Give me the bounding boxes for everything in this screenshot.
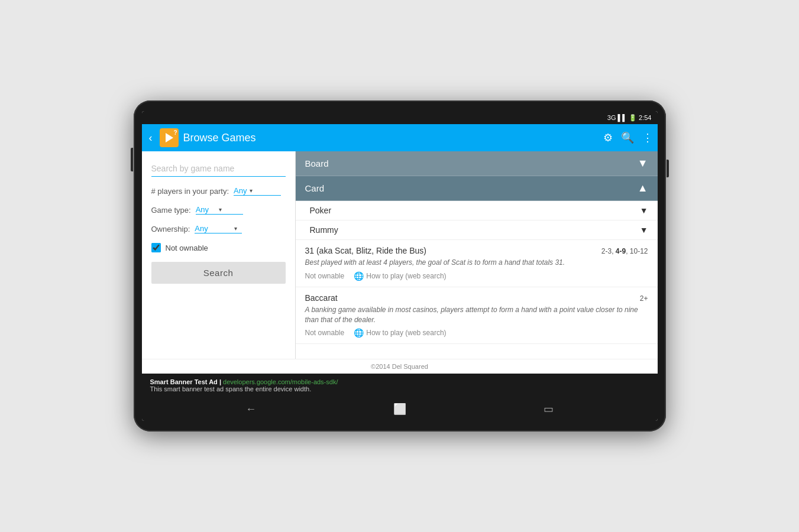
device: 3G ▌▌ 🔋 2:54 ‹ ? Browse Games ⚙ 🔍 ⋮ xyxy=(134,100,666,432)
players-label: # players in your party: xyxy=(151,187,229,196)
game-type-row: Game type: Any Board Card Dice ▾ xyxy=(151,205,286,215)
ad-banner-line1: Smart Banner Test Ad | developers.google… xyxy=(150,378,649,385)
footer: ©2014 Del Squared xyxy=(142,359,658,374)
not-ownable-checkbox[interactable] xyxy=(151,243,161,252)
search-button[interactable]: Search xyxy=(151,262,286,284)
game-baccarat-howto-link[interactable]: 🌐 How to play (web search) xyxy=(354,328,446,338)
right-panel: Board ▼ Card ▲ Poker ▼ Rummy ▼ xyxy=(296,151,658,359)
signal-bars: ▌▌ xyxy=(617,114,627,121)
app-logo: ? xyxy=(160,128,179,147)
ownership-select[interactable]: Any Owned Not owned xyxy=(195,224,241,233)
players-row: # players in your party: Any 1 2 3 4 5 6… xyxy=(151,186,286,196)
game-item-31: 31 (aka Scat, Blitz, Ride the Bus) 2-3, … xyxy=(296,240,658,287)
not-ownable-row: Not ownable xyxy=(151,243,286,252)
game-baccarat-footer: Not ownable 🌐 How to play (web search) xyxy=(305,328,648,338)
search-icon[interactable]: 🔍 xyxy=(621,131,634,144)
card-category-header[interactable]: Card ▲ xyxy=(296,176,658,201)
game-31-howto-label: How to play (web search) xyxy=(366,272,446,280)
game-31-howto-link[interactable]: 🌐 How to play (web search) xyxy=(354,271,446,281)
app-bar: ‹ ? Browse Games ⚙ 🔍 ⋮ xyxy=(142,124,658,151)
back-button[interactable]: ‹ xyxy=(147,129,155,147)
overflow-menu-icon[interactable]: ⋮ xyxy=(642,131,653,144)
ad-banner: Smart Banner Test Ad | developers.google… xyxy=(142,374,658,397)
ad-link[interactable]: developers.google.com/mobile-ads-sdk/ xyxy=(223,378,338,385)
page-title: Browse Games xyxy=(183,132,599,144)
back-nav-icon[interactable]: ← xyxy=(245,403,256,416)
ad-description: This smart banner test ad spans the enti… xyxy=(150,385,649,392)
app-bar-actions: ⚙ 🔍 ⋮ xyxy=(603,131,653,144)
settings-icon[interactable]: ⚙ xyxy=(603,131,613,144)
game-31-description: Best played with at least 4 players, the… xyxy=(305,258,648,268)
card-chevron-icon: ▲ xyxy=(638,182,648,194)
rummy-subcategory-label: Rummy xyxy=(310,225,338,235)
game-31-footer: Not ownable 🌐 How to play (web search) xyxy=(305,271,648,281)
status-icons: 3G ▌▌ 🔋 2:54 xyxy=(607,114,652,122)
board-category-label: Board xyxy=(305,158,329,168)
game-31-header: 31 (aka Scat, Blitz, Ride the Bus) 2-3, … xyxy=(305,246,648,255)
signal-indicator: 3G xyxy=(607,114,616,121)
device-screen: 3G ▌▌ 🔋 2:54 ‹ ? Browse Games ⚙ 🔍 ⋮ xyxy=(142,111,658,421)
not-ownable-label: Not ownable xyxy=(166,244,208,252)
home-nav-icon[interactable]: ⬜ xyxy=(393,403,406,416)
battery-icon: 🔋 xyxy=(629,114,637,122)
game-31-ownable: Not ownable xyxy=(305,272,345,280)
game-31-players: 2-3, 4-9, 10-12 xyxy=(601,247,648,255)
search-input[interactable] xyxy=(151,164,286,173)
game-baccarat-name: Baccarat xyxy=(305,293,338,303)
game-baccarat-players: 2+ xyxy=(640,294,648,303)
nav-bar: ← ⬜ ▭ xyxy=(142,397,658,421)
game-baccarat-description: A banking game available in most casinos… xyxy=(305,305,648,325)
main-content: # players in your party: Any 1 2 3 4 5 6… xyxy=(142,151,658,359)
ownership-select-wrap: Any Owned Not owned ▾ xyxy=(195,224,242,233)
clock: 2:54 xyxy=(639,114,651,121)
poker-subcategory-label: Poker xyxy=(310,206,332,215)
rummy-subcategory-header[interactable]: Rummy ▼ xyxy=(296,220,658,240)
game-type-select-wrap: Any Board Card Dice ▾ xyxy=(196,205,243,215)
board-chevron-icon: ▼ xyxy=(638,157,648,170)
status-bar: 3G ▌▌ 🔋 2:54 xyxy=(142,111,658,124)
players-select-wrap: Any 1 2 3 4 5 6+ ▾ xyxy=(234,186,281,196)
card-category-label: Card xyxy=(305,183,325,193)
copyright-text: ©2014 Del Squared xyxy=(371,363,428,370)
ad-title: Smart Banner Test Ad xyxy=(150,378,218,385)
volume-button xyxy=(131,148,133,171)
game-baccarat-ownable: Not ownable xyxy=(305,329,345,337)
globe-icon-2: 🌐 xyxy=(354,328,364,338)
rummy-chevron-icon: ▼ xyxy=(640,225,648,235)
ownership-row: Ownership: Any Owned Not owned ▾ xyxy=(151,224,286,233)
game-type-label: Game type: xyxy=(151,206,191,215)
ownership-label: Ownership: xyxy=(151,225,190,233)
game-31-name: 31 (aka Scat, Blitz, Ride the Bus) xyxy=(305,246,426,255)
question-mark-icon: ? xyxy=(173,129,177,136)
left-panel: # players in your party: Any 1 2 3 4 5 6… xyxy=(142,151,296,359)
game-baccarat-howto-label: How to play (web search) xyxy=(366,329,446,337)
game-baccarat-header: Baccarat 2+ xyxy=(305,293,648,303)
recents-nav-icon[interactable]: ▭ xyxy=(544,403,554,416)
poker-subcategory-header[interactable]: Poker ▼ xyxy=(296,201,658,220)
play-icon xyxy=(166,133,173,142)
board-category-header[interactable]: Board ▼ xyxy=(296,151,658,176)
search-field-wrap xyxy=(151,163,286,177)
game-item-baccarat: Baccarat 2+ A banking game available in … xyxy=(296,287,658,345)
poker-chevron-icon: ▼ xyxy=(640,206,648,215)
players-select[interactable]: Any 1 2 3 4 5 6+ xyxy=(234,186,257,195)
globe-icon: 🌐 xyxy=(354,271,364,281)
power-button xyxy=(667,160,669,177)
game-type-select[interactable]: Any Board Card Dice xyxy=(196,205,226,214)
